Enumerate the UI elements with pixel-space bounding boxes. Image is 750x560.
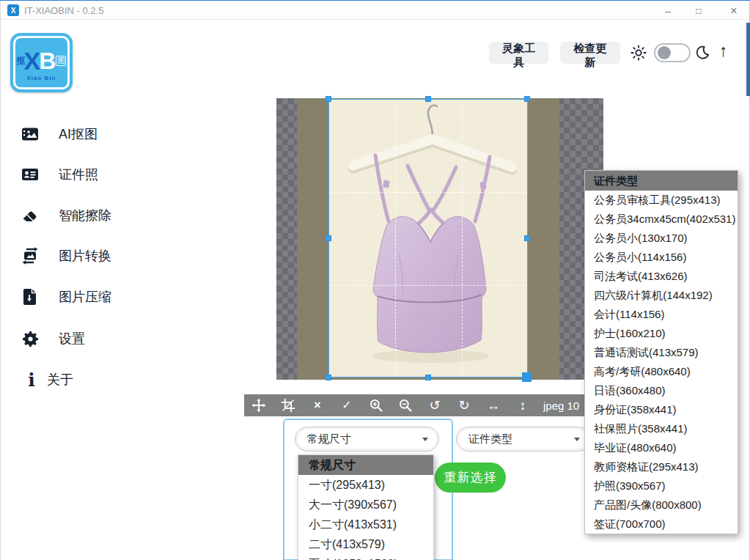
crop-handle-bottom-center[interactable] [425, 375, 431, 380]
sidebar-item-label: 图片转换 [59, 247, 111, 265]
logo-suffix-char: 图 [56, 56, 66, 66]
window-title: IT-XIAOBIN - 0.2.5 [24, 5, 103, 16]
sun-icon [630, 45, 647, 61]
crop-selection[interactable] [328, 99, 528, 377]
id-type-option[interactable]: 毕业证(480x640) [585, 438, 738, 457]
id-type-option[interactable]: 高考/考研(480x640) [585, 362, 738, 381]
id-type-option[interactable]: 司法考试(413x626) [585, 267, 738, 286]
crop-handle-bottom-right[interactable] [522, 372, 532, 382]
flip-vertical-icon[interactable]: ↕ [514, 397, 532, 414]
ai-cutout-icon [21, 125, 40, 144]
id-type-option[interactable]: 产品图/头像(800x800) [585, 495, 738, 515]
app-icon: X [7, 4, 19, 16]
sidebar-item-label: 智能擦除 [59, 207, 111, 224]
sidebar-item-label: 证件照 [59, 166, 98, 183]
crop-icon[interactable] [279, 397, 297, 414]
toggle-knob [658, 46, 671, 59]
id-type-menu-header: 证件类型 [585, 171, 738, 191]
size-select[interactable]: 常规尺寸 [295, 427, 439, 452]
zoom-in-icon[interactable] [367, 397, 385, 414]
maximize-button[interactable]: □ [686, 1, 711, 20]
size-option[interactable]: 一寸(295x413) [298, 475, 433, 495]
crop-handle-top-right[interactable] [524, 96, 530, 102]
sidebar-item-image-compress[interactable]: 图片压缩 [0, 284, 169, 309]
id-type-option[interactable]: 护照(390x567) [585, 476, 738, 495]
garment-photo [329, 100, 529, 378]
sidebar-item-id-photo[interactable]: 证件照 [0, 162, 169, 187]
move-icon[interactable] [250, 397, 268, 414]
sidebar-item-image-convert[interactable]: 图片转换 [0, 243, 169, 268]
size-option[interactable]: 五寸(1050x1500) [298, 554, 433, 560]
sidebar-item-label: AI抠图 [59, 125, 98, 143]
logo-x-letter: X [24, 48, 41, 73]
close-button[interactable]: × [721, 1, 746, 20]
scroll-top-button[interactable]: ↑ [719, 41, 728, 61]
app-window: X IT-XIAOBIN - 0.2.5 – □ × 抠 X B 图 Xiao … [0, 0, 750, 560]
moon-icon [695, 45, 710, 60]
id-type-option[interactable]: 社保照片(358x441) [585, 419, 738, 438]
size-dropdown-list: 常规尺寸 一寸(295x413) 大一寸(390x567) 小二寸(413x53… [298, 454, 434, 560]
id-type-option[interactable]: 身份证(358x441) [585, 400, 738, 419]
app-logo-inner: 抠 X B 图 Xiao Bin [13, 36, 70, 89]
crop-handle-mid-right[interactable] [524, 235, 530, 241]
rotate-right-icon[interactable]: ↻ [455, 397, 473, 414]
image-canvas [276, 98, 603, 380]
check-update-button[interactable]: 检查更新 [560, 42, 620, 64]
sidebar-item-about[interactable]: i 关于 [0, 367, 169, 392]
id-type-option[interactable]: 日语(360x480) [585, 381, 738, 400]
zoom-out-icon[interactable] [397, 397, 414, 414]
id-type-option[interactable]: 公务员小(130x170) [585, 229, 738, 248]
sidebar-item-settings[interactable]: 设置 [0, 326, 169, 351]
chevron-down-icon [574, 438, 580, 441]
crop-handle-bottom-left[interactable] [326, 375, 331, 380]
confirm-icon[interactable]: ✓ [338, 397, 356, 414]
eraser-icon [21, 206, 40, 225]
image-compress-icon [21, 287, 40, 306]
size-option[interactable]: 小二寸(413x531) [298, 515, 433, 534]
id-type-option[interactable]: 公务员34cmx45cm(402x531) [585, 210, 738, 229]
rotate-left-icon[interactable]: ↺ [426, 397, 444, 414]
settings-gear-icon [21, 329, 40, 348]
id-type-option[interactable]: 签证(700x700) [585, 515, 738, 534]
size-option[interactable]: 大一寸(390x567) [298, 495, 433, 515]
id-type-option[interactable]: 护士(160x210) [585, 324, 738, 343]
about-info-icon: i [22, 370, 41, 389]
id-type-option[interactable]: 四六级/计算机(144x192) [585, 286, 738, 305]
logo-subtitle: Xiao Bin [15, 75, 67, 81]
app-logo: 抠 X B 图 Xiao Bin [10, 33, 73, 92]
flip-horizontal-icon[interactable]: ↔ [485, 397, 502, 414]
crop-handle-mid-left[interactable] [326, 235, 331, 241]
id-type-option[interactable]: 公务员审核工具(295x413) [585, 191, 738, 210]
crop-handle-top-center[interactable] [425, 96, 431, 102]
id-type-option[interactable]: 会计(114x156) [585, 305, 738, 324]
lingxiang-tools-button[interactable]: 灵象工具 [489, 42, 548, 64]
sidebar-item-label: 设置 [59, 330, 85, 347]
id-type-option[interactable]: 教师资格证(295x413) [585, 457, 738, 476]
theme-toggle-switch[interactable] [654, 43, 691, 62]
format-quality-label: jpeg 10 [543, 399, 579, 412]
id-type-menu: 证件类型 公务员审核工具(295x413) 公务员34cmx45cm(402x5… [584, 170, 738, 534]
id-type-option[interactable]: 普通话测试(413x579) [585, 343, 738, 362]
size-option[interactable]: 常规尺寸 [298, 455, 433, 475]
sidebar-item-smart-erase[interactable]: 智能擦除 [0, 203, 169, 228]
sidebar-item-ai-cutout[interactable]: AI抠图 [0, 122, 169, 147]
type-select[interactable]: 证件类型 [456, 427, 591, 452]
titlebar: X IT-XIAOBIN - 0.2.5 – □ × [1, 1, 749, 20]
id-type-option[interactable]: 公务员小(114x156) [585, 248, 738, 267]
window-scrollbar-thumb[interactable] [746, 23, 750, 96]
crop-toolbar: × ✓ ↺ ↻ ↔ ↕ jpeg 10 [244, 394, 587, 416]
crop-handle-top-left[interactable] [326, 96, 331, 102]
size-option[interactable]: 二寸(413x579) [298, 534, 433, 554]
size-select-value: 常规尺寸 [307, 432, 422, 446]
minimize-button[interactable]: – [655, 1, 680, 20]
id-photo-icon [21, 165, 40, 184]
cancel-icon[interactable]: × [309, 397, 326, 414]
sidebar-item-label: 关于 [47, 371, 73, 388]
sidebar-item-label: 图片压缩 [59, 288, 111, 306]
reselect-button[interactable]: 重新选择 [435, 463, 506, 493]
chevron-down-icon [422, 438, 428, 441]
logo-b-letter: B [39, 49, 56, 73]
type-select-value: 证件类型 [468, 432, 574, 446]
image-convert-icon [21, 246, 40, 265]
